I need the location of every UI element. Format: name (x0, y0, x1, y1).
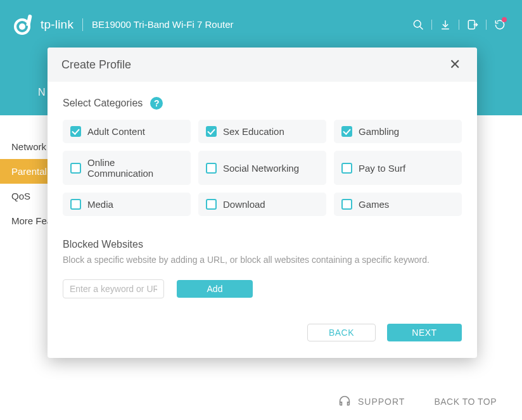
checkbox-icon[interactable] (206, 199, 217, 210)
category-label: Social Networking (223, 163, 299, 174)
category-online-communication[interactable]: Online Communication (63, 151, 191, 185)
category-adult-content[interactable]: Adult Content (63, 120, 191, 143)
category-label: Adult Content (87, 126, 145, 137)
keyword-url-input[interactable] (63, 279, 164, 298)
close-icon[interactable]: ✕ (447, 56, 463, 73)
category-label: Online Communication (87, 157, 183, 179)
category-gambling[interactable]: Gambling (334, 120, 462, 143)
checkbox-icon[interactable] (341, 163, 352, 174)
category-label: Download (223, 199, 265, 210)
checkbox-icon[interactable] (70, 126, 81, 137)
select-categories-label: Select Categories (63, 98, 143, 109)
checkbox-icon[interactable] (70, 199, 81, 210)
checkbox-icon[interactable] (70, 163, 81, 174)
category-label: Gambling (359, 126, 399, 137)
checkbox-icon[interactable] (206, 126, 217, 137)
category-games[interactable]: Games (334, 193, 462, 216)
modal-footer: BACK NEXT (48, 305, 477, 358)
modal-body: Select Categories ? Adult Content Sex Ed… (48, 82, 477, 305)
modal-title: Create Profile (61, 58, 131, 72)
category-label: Pay to Surf (359, 163, 405, 174)
create-profile-modal: Create Profile ✕ Select Categories ? Adu… (48, 48, 477, 358)
modal-header: Create Profile ✕ (48, 48, 477, 82)
back-button[interactable]: BACK (307, 324, 376, 341)
blocked-websites-section: Blocked Websites Block a specific websit… (63, 239, 462, 298)
checkbox-icon[interactable] (341, 199, 352, 210)
checkbox-icon[interactable] (341, 126, 352, 137)
category-label: Sex Education (223, 126, 284, 137)
blocked-websites-title: Blocked Websites (63, 239, 462, 250)
category-social-networking[interactable]: Social Networking (198, 151, 326, 185)
category-label: Media (87, 199, 113, 210)
help-icon[interactable]: ? (150, 97, 163, 110)
blocked-websites-description: Block a specific website by adding a URL… (63, 254, 462, 267)
category-download[interactable]: Download (198, 193, 326, 216)
category-media[interactable]: Media (63, 193, 191, 216)
add-button[interactable]: Add (177, 280, 253, 298)
category-pay-to-surf[interactable]: Pay to Surf (334, 151, 462, 185)
category-grid: Adult Content Sex Education Gambling Onl… (63, 120, 462, 216)
category-label: Games (359, 199, 389, 210)
next-button[interactable]: NEXT (387, 324, 462, 341)
category-sex-education[interactable]: Sex Education (198, 120, 326, 143)
checkbox-icon[interactable] (206, 163, 217, 174)
